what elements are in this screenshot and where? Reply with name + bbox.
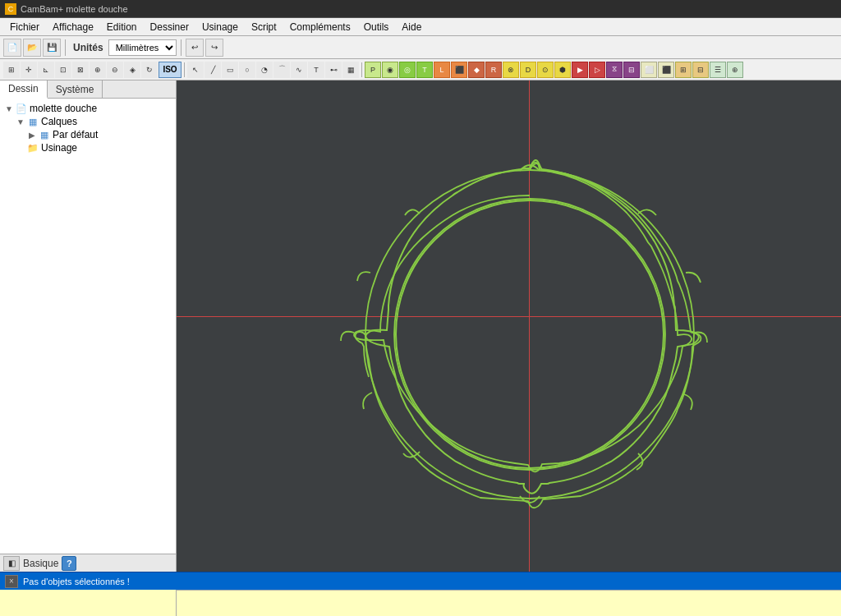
tree-usinage-label: Usinage [41, 142, 77, 154]
iso-btn[interactable]: ISO [159, 62, 182, 78]
menu-aide[interactable]: Aide [395, 20, 428, 34]
rotate-btn[interactable]: ↻ [141, 62, 158, 78]
undo-button[interactable]: ↩ [186, 39, 204, 57]
expand-pardefaut[interactable]: ▶ [26, 129, 38, 140]
zoom-btn[interactable]: ⊡ [55, 62, 71, 78]
tree-calques-label: Calques [41, 116, 77, 127]
cam7-btn[interactable]: ◆ [468, 62, 485, 78]
tree-pardefaut-label: Par défaut [53, 129, 98, 140]
menu-outils[interactable]: Outils [357, 20, 396, 34]
status-message: Pas d'objets sélectionnés ! [23, 577, 130, 586]
left-tool-btn[interactable]: ◧ [3, 556, 20, 571]
polyline-btn[interactable]: ⌒ [273, 62, 290, 78]
bottom-note [177, 590, 841, 616]
cam9-btn[interactable]: ⊗ [503, 62, 519, 78]
menu-script[interactable]: Script [245, 20, 283, 34]
toolbar1: 📄 📂 💾 Unités Millimètres Pouces ↩ ↪ [0, 36, 841, 59]
circle-btn[interactable]: ○ [239, 62, 255, 78]
cam16-btn[interactable]: ⊟ [623, 62, 640, 78]
canvas-area[interactable] [177, 80, 841, 572]
cam8-btn[interactable]: R [485, 62, 502, 78]
title-text: CamBam+ molette douche [21, 4, 128, 14]
extra2-btn[interactable]: ⬛ [658, 62, 674, 78]
spline-btn[interactable]: ∿ [291, 62, 307, 78]
cam5-btn[interactable]: L [434, 62, 450, 78]
cam6-btn[interactable]: ⬛ [451, 62, 467, 78]
save-button[interactable]: 💾 [43, 39, 61, 57]
bottom-area [0, 590, 841, 616]
arc-btn[interactable]: ◔ [256, 62, 273, 78]
cam12-btn[interactable]: ⬢ [554, 62, 571, 78]
select-btn[interactable]: ↖ [187, 62, 204, 78]
cam10-btn[interactable]: D [520, 62, 536, 78]
redo-button[interactable]: ↪ [205, 39, 223, 57]
extra4-btn[interactable]: ⊟ [692, 62, 709, 78]
sep1 [65, 39, 66, 56]
sep-t2 [361, 62, 362, 77]
hatch-btn[interactable]: ▦ [342, 62, 359, 78]
left-bottom-bar: ◧ Basique ? [0, 554, 176, 572]
extra3-btn[interactable]: ⊞ [675, 62, 692, 78]
extra1-btn[interactable]: ⬜ [641, 62, 657, 78]
pardefaut-icon: ▦ [38, 129, 51, 140]
units-select[interactable]: Millimètres Pouces [108, 39, 177, 56]
expand-root[interactable]: ▼ [3, 103, 15, 114]
cam2-btn[interactable]: ◉ [382, 62, 398, 78]
open-button[interactable]: 📂 [23, 39, 41, 57]
menu-fichier[interactable]: Fichier [3, 20, 46, 34]
snap-btn[interactable]: ✛ [21, 62, 37, 78]
cam11-btn[interactable]: ⊙ [537, 62, 554, 78]
menu-usinage[interactable]: Usinage [195, 20, 245, 34]
tab-dessin[interactable]: Dessin [0, 80, 48, 99]
view3d-btn[interactable]: ◈ [124, 62, 140, 78]
usinage-icon: 📁 [26, 142, 39, 154]
text-btn[interactable]: T [308, 62, 324, 78]
menu-affichage[interactable]: Affichage [46, 20, 100, 34]
calques-icon: ▦ [26, 116, 39, 127]
toolbar2: ⊞ ✛ ⊾ ⊡ ⊠ ⊕ ⊖ ◈ ↻ ISO ↖ ╱ ▭ ○ ◔ ⌒ ∿ T ⊷ … [0, 59, 841, 80]
status-close-btn[interactable]: × [5, 575, 18, 588]
cam3-btn[interactable]: ◎ [399, 62, 416, 78]
tab-systeme[interactable]: Système [48, 80, 103, 98]
tree-calques[interactable]: ▼ ▦ Calques [3, 115, 172, 128]
svg-point-0 [365, 170, 694, 499]
cam15-btn[interactable]: ⧖ [606, 62, 623, 78]
ortho-btn[interactable]: ⊾ [38, 62, 54, 78]
line-btn[interactable]: ╱ [205, 62, 221, 78]
menubar: Fichier Affichage Edition Dessiner Usina… [0, 18, 841, 36]
status-bar: × Pas d'objets sélectionnés ! [0, 572, 841, 590]
main-area: Dessin Système ▼ 📄 molette douche ▼ ▦ Ca… [0, 80, 841, 572]
grid-btn[interactable]: ⊞ [3, 62, 20, 78]
tab-bar: Dessin Système [0, 80, 176, 99]
extra5-btn[interactable]: ☰ [710, 62, 726, 78]
tree-pardefaut[interactable]: ▶ ▦ Par défaut [3, 128, 172, 141]
extra6-btn[interactable]: ⊕ [727, 62, 743, 78]
dim-btn[interactable]: ⊷ [325, 62, 342, 78]
expand-usinage[interactable] [15, 142, 26, 154]
cad-drawing [177, 80, 841, 572]
tree-usinage[interactable]: 📁 Usinage [3, 141, 172, 154]
sep2 [181, 39, 182, 56]
expand-calques[interactable]: ▼ [15, 116, 26, 127]
zoomout-btn[interactable]: ⊖ [107, 62, 123, 78]
tree-view[interactable]: ▼ 📄 molette douche ▼ ▦ Calques ▶ ▦ Par d… [0, 99, 176, 554]
help-button[interactable]: ? [62, 556, 76, 571]
zoom2-btn[interactable]: ⊠ [72, 62, 89, 78]
left-panel: Dessin Système ▼ 📄 molette douche ▼ ▦ Ca… [0, 80, 177, 572]
left-note [0, 590, 177, 616]
basique-label: Basique [23, 558, 58, 569]
sep-t1 [184, 62, 185, 77]
app-icon: C [5, 3, 16, 15]
tree-root[interactable]: ▼ 📄 molette douche [3, 102, 172, 115]
cam4-btn[interactable]: T [416, 62, 433, 78]
tree-root-label: molette douche [30, 103, 97, 114]
menu-edition[interactable]: Edition [100, 20, 144, 34]
cam14-btn[interactable]: ▷ [589, 62, 605, 78]
rect-btn[interactable]: ▭ [222, 62, 238, 78]
cam13-btn[interactable]: ▶ [572, 62, 588, 78]
new-button[interactable]: 📄 [3, 39, 21, 57]
cam1-btn[interactable]: P [365, 62, 381, 78]
menu-complements[interactable]: Compléments [283, 20, 357, 34]
zoomin-btn[interactable]: ⊕ [90, 62, 106, 78]
menu-dessiner[interactable]: Dessiner [144, 20, 195, 34]
